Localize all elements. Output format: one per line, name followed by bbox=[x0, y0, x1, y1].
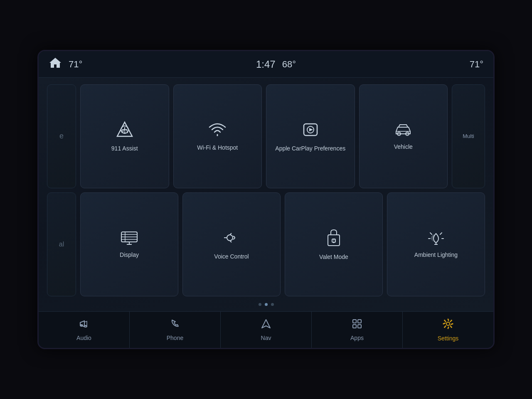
bottom-nav: Audio Phone Nav bbox=[39, 311, 493, 348]
header: 71° 1:47 68° 71° bbox=[39, 51, 493, 78]
partial-label-2: al bbox=[59, 240, 64, 249]
nav-icon bbox=[261, 318, 271, 332]
svg-text:V: V bbox=[333, 238, 335, 241]
svg-marker-30 bbox=[262, 320, 270, 328]
partial-label-1: e bbox=[59, 131, 64, 141]
dot-2[interactable] bbox=[265, 303, 268, 306]
tile-vehicle[interactable]: Vehicle bbox=[359, 84, 448, 188]
nav-settings[interactable]: Settings bbox=[403, 312, 493, 348]
grid-row-2: al Display bbox=[47, 192, 485, 296]
tile-wifi[interactable]: Wi-Fi & Hotspot bbox=[173, 84, 262, 188]
svg-point-42 bbox=[451, 320, 452, 321]
nav-phone[interactable]: Phone bbox=[130, 312, 221, 348]
wifi-icon bbox=[208, 121, 227, 140]
svg-rect-31 bbox=[353, 320, 356, 323]
svg-rect-34 bbox=[358, 325, 361, 328]
grid-row-1: e 911 911 Assist bbox=[47, 84, 485, 188]
svg-point-37 bbox=[448, 328, 449, 329]
dot-3[interactable] bbox=[271, 303, 274, 306]
tile-multi-label: Multi bbox=[463, 133, 474, 140]
header-right: 71° bbox=[470, 59, 483, 70]
pagination bbox=[47, 300, 485, 308]
car-screen: 71° 1:47 68° 71° e 911 bbox=[37, 50, 495, 349]
valet-icon: V bbox=[326, 228, 342, 250]
right-temp: 71° bbox=[470, 59, 483, 69]
tile-ambient[interactable]: Ambient Lighting bbox=[387, 192, 485, 296]
svg-point-38 bbox=[443, 323, 444, 325]
tile-vehicle-label: Vehicle bbox=[394, 143, 413, 150]
svg-marker-7 bbox=[309, 128, 313, 131]
svg-line-19 bbox=[230, 233, 232, 235]
main-content: e 911 911 Assist bbox=[39, 78, 493, 311]
svg-point-29 bbox=[84, 325, 87, 327]
voice-icon bbox=[222, 229, 241, 249]
svg-rect-33 bbox=[353, 325, 356, 328]
tile-carplay-label: Apple CarPlay Preferences bbox=[275, 145, 345, 152]
tile-display[interactable]: Display bbox=[80, 192, 178, 296]
tile-voice-label: Voice Control bbox=[214, 253, 249, 260]
ambient-icon bbox=[426, 230, 446, 248]
header-left: 71° bbox=[49, 57, 82, 72]
nav-audio-label: Audio bbox=[76, 335, 91, 341]
nav-apps-label: Apps bbox=[350, 335, 364, 341]
svg-point-18 bbox=[227, 235, 233, 241]
nav-settings-label: Settings bbox=[438, 335, 459, 342]
left-temp: 71° bbox=[69, 59, 82, 70]
svg-point-43 bbox=[444, 327, 445, 328]
svg-point-39 bbox=[452, 323, 453, 325]
nav-phone-label: Phone bbox=[167, 335, 183, 341]
svg-line-20 bbox=[230, 241, 232, 242]
tile-voice[interactable]: Voice Control bbox=[182, 192, 281, 296]
svg-point-41 bbox=[451, 327, 452, 328]
header-center: 1:47 68° bbox=[256, 59, 296, 70]
tile-ambient-label: Ambient Lighting bbox=[414, 251, 458, 259]
phone-icon bbox=[170, 318, 180, 332]
dot-1[interactable] bbox=[259, 303, 261, 306]
settings-icon bbox=[442, 318, 454, 332]
display-icon bbox=[120, 230, 138, 248]
tile-valet-label: Valet Mode bbox=[319, 253, 348, 261]
vehicle-icon bbox=[393, 122, 414, 140]
tile-valet[interactable]: V Valet Mode bbox=[285, 192, 383, 296]
nav-navigation-label: Nav bbox=[261, 335, 271, 341]
tile-carplay[interactable]: Apple CarPlay Preferences bbox=[266, 84, 355, 188]
tile-911-label: 911 Assist bbox=[111, 145, 138, 152]
partial-tile-left-1[interactable]: e bbox=[47, 84, 76, 188]
tile-multi[interactable]: Multi bbox=[452, 84, 485, 188]
partial-tile-left-2[interactable]: al bbox=[47, 192, 76, 296]
clock: 1:47 bbox=[256, 59, 276, 70]
carplay-icon bbox=[301, 121, 320, 141]
svg-point-40 bbox=[444, 320, 445, 321]
apps-icon bbox=[352, 318, 362, 332]
nav-navigation[interactable]: Nav bbox=[221, 312, 312, 348]
svg-point-36 bbox=[448, 319, 449, 320]
tile-display-label: Display bbox=[120, 251, 139, 259]
tile-911-assist[interactable]: 911 911 Assist bbox=[80, 84, 169, 188]
exterior-temp: 68° bbox=[282, 59, 296, 70]
tile-wifi-label: Wi-Fi & Hotspot bbox=[197, 144, 238, 151]
svg-point-35 bbox=[446, 322, 450, 325]
nav-audio[interactable]: Audio bbox=[39, 312, 130, 348]
home-icon[interactable] bbox=[49, 57, 62, 72]
911-icon: 911 bbox=[116, 121, 134, 141]
nav-apps[interactable]: Apps bbox=[312, 312, 403, 348]
audio-icon bbox=[79, 318, 89, 332]
svg-rect-32 bbox=[358, 320, 361, 323]
